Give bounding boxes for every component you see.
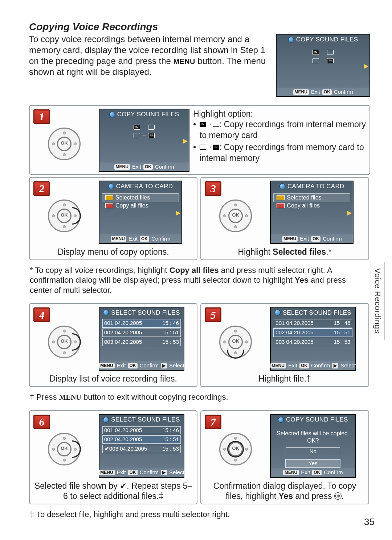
intro-screen: COPY SOUND FILES → → ▶ MENUExit OKConfir…	[276, 34, 370, 97]
page-title: Copying Voice Recordings	[29, 20, 370, 33]
step-3: 3 CAMERA TO CARD Selected files Copy all…	[200, 177, 369, 260]
footnote-star: * To copy all voice recordings, highligh…	[30, 265, 369, 295]
step-4: 4 SELECT SOUND FILES 001 04.20.200515 : …	[29, 303, 197, 387]
intro-paragraph: To copy voice recordings between interna…	[29, 34, 269, 97]
step-2: 2 CAMERA TO CARD Selected files Copy all…	[29, 177, 197, 260]
step-number: 1	[33, 109, 50, 124]
step-1: 1 COPY SOUND FILES → → ▶ MENUExit OKConf…	[29, 105, 370, 175]
footnote-ddagger: ‡ To deselect file, highlight and press …	[30, 509, 369, 520]
page-number: 35	[364, 516, 375, 528]
side-tab: Voice Recordings	[371, 262, 385, 340]
footnote-dagger: † Press MENU button to exit without copy…	[30, 392, 369, 402]
step-6: 6 SELECT SOUND FILES 001 04.20.200515 : …	[29, 410, 197, 505]
mic-icon	[288, 37, 294, 43]
step-7: 7 COPY SOUND FILES Selected files will b…	[200, 410, 369, 505]
step-5: 5 SELECT SOUND FILES 001 04.20.200515 : …	[200, 303, 369, 387]
step1-explain: Highlight option: →: Copy recordings fro…	[193, 109, 366, 165]
